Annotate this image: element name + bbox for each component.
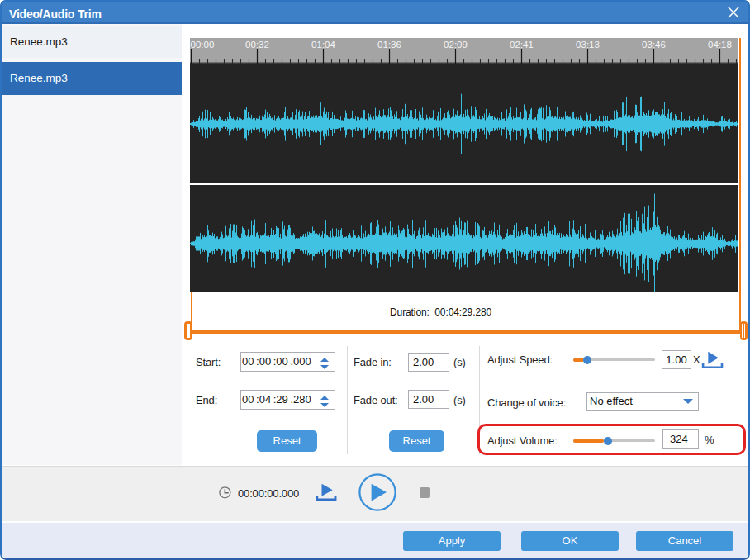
svg-text:03:13: 03:13 bbox=[576, 40, 600, 50]
svg-text:02:09: 02:09 bbox=[444, 40, 468, 50]
svg-text:03:46: 03:46 bbox=[642, 40, 666, 50]
svg-text:02:41: 02:41 bbox=[510, 40, 534, 50]
svg-text:00:00: 00:00 bbox=[191, 40, 215, 50]
svg-text:00:32: 00:32 bbox=[245, 40, 269, 50]
svg-text:01:04: 01:04 bbox=[311, 40, 335, 50]
svg-text:04:18: 04:18 bbox=[708, 40, 732, 50]
svg-text:01:36: 01:36 bbox=[377, 40, 401, 50]
